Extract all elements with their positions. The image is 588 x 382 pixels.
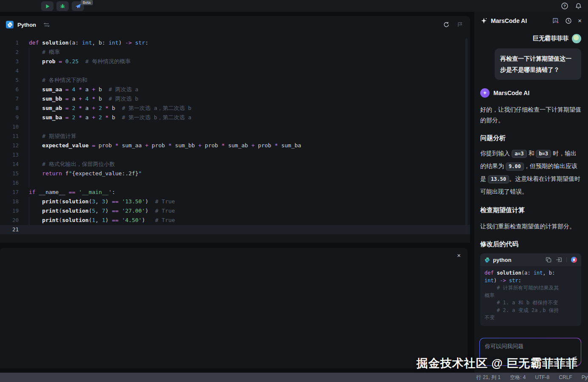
code-line[interactable]: 14 # 格式化输出，保留两位小数 [0,160,470,169]
ai-code-block: python def solution(a: int, b:int) -> st… [480,253,581,326]
inline-code: 13.50 [488,175,509,183]
code-token: # 2. a 变成 2a，b 保持 [484,307,559,313]
code-line[interactable]: 1def solution(a: int, b: int) -> str: [0,38,470,48]
chat-input-field[interactable] [480,338,581,365]
code-line[interactable]: 10 [0,122,470,132]
code-line[interactable]: 8 sum_ab = 2 * a + 2 * b # 第一次选 a，第二次选 b [0,104,470,113]
code-line[interactable]: 19 print(solution(5, 7) == '27.00') # Tr… [0,206,470,216]
code-token: sum_ab [225,142,252,149]
editor-scrollbar[interactable] [465,38,468,234]
code-token: , [95,208,102,214]
code-token: solution [497,270,521,276]
line-content: # 概率 [19,48,60,57]
line-number: 20 [0,216,19,225]
tab-python[interactable]: Python [17,22,36,28]
chat-input[interactable] [480,338,581,365]
status-cursor-position[interactable]: 行 21, 列 1 [476,374,501,381]
help-button[interactable]: ? [561,2,568,10]
code-token: '27.00' [122,208,145,214]
code-line[interactable]: 18 print(solution(3, 3) == '13.50') # Tr… [0,197,470,206]
code-token: # 期望值计算 [29,133,76,139]
debug-button[interactable] [56,1,69,11]
restore-code-button[interactable] [443,21,450,28]
line-content [19,225,29,234]
line-content: sum_ba = 2 * a + 2 * b # 第一次选 b，第二次选 a [19,113,191,122]
line-number: 7 [0,94,19,104]
code-token: , [95,198,102,205]
format-icon[interactable] [456,21,463,28]
code-token: + [145,142,148,149]
copy-code-button[interactable] [546,257,552,263]
code-line[interactable]: 3 prob = 0.25 # 每种情况的概率 [0,57,470,66]
code-token: solution [62,208,89,214]
status-encoding[interactable]: UTF-8 [535,374,549,380]
status-indent-size[interactable]: 空格: 4 [510,374,526,381]
code-token: print [42,208,59,214]
send-icon[interactable] [569,356,577,362]
code-token: # True [155,217,175,223]
code-line[interactable]: 21 [0,225,470,234]
code-token: '4.50' [122,217,142,223]
code-token: 4 [72,86,76,93]
code-block-language: python [493,257,511,263]
ai-paragraph-analysis: 你提到输入 a=3 和 b=3 时，输出的结果为 9.00，但预期的输出应该是 … [480,147,581,198]
code-token: str [509,278,518,284]
status-line-ending[interactable]: CRLF [559,374,572,380]
code-token [62,114,65,121]
code-line[interactable]: 4 [0,66,470,76]
code-token: + [92,86,95,93]
bell-icon[interactable] [575,3,582,10]
status-items: 行 21, 列 1空格: 4UTF-8CRLFPython [476,373,588,382]
code-line[interactable]: 15 return f"{expected_value:.2f}" [0,169,470,178]
code-line[interactable]: 11 # 期望值计算 [0,132,470,141]
code-token [29,96,42,102]
code-block-header: python [480,253,581,266]
line-number: 1 [0,38,19,48]
code-line[interactable]: 2 # 概率 [0,48,470,57]
apply-code-button[interactable] [571,257,577,263]
code-token [29,198,42,205]
close-output-button[interactable]: × [457,252,461,258]
code-line[interactable]: 7 sum_bb = a + 4 * b # 两次选 b [0,94,470,104]
chat-input-border [479,338,581,366]
line-content: # 格式化输出，保留两位小数 [19,160,115,169]
code-line[interactable]: 13 [0,150,470,160]
code-token: ) [118,39,125,46]
code-line[interactable]: 17if __name__ == '__main__': [0,188,470,197]
code-editor[interactable]: 1def solution(a: int, b: int) -> str:2 #… [0,33,470,234]
line-content: # 期望值计算 [19,132,76,141]
new-chat-button[interactable] [552,17,559,24]
line-number: 10 [0,122,19,132]
run-button[interactable] [41,1,53,11]
code-token: {expected_value:.2f} [72,170,139,177]
code-block-body: def solution(a: int, b:int) -> str: # 计算… [480,266,581,326]
code-token: = [92,142,95,149]
code-token [69,86,72,93]
insert-code-button[interactable] [556,257,562,263]
line-number: 16 [0,178,19,188]
code-line[interactable]: 20 print(solution(1, 1) == '4.50') # Tru… [0,216,470,225]
text: 和 [527,150,536,157]
history-button[interactable] [565,17,572,24]
code-token [118,198,122,205]
switch-language-icon[interactable] [44,22,50,27]
code-line[interactable]: 16 [0,178,470,188]
code-line[interactable]: 9 sum_ba = 2 * a + 2 * b # 第一次选 b，第二次选 a [0,113,470,122]
code-line[interactable]: 6 sum_aa = 4 * a + b # 两次选 a [0,85,470,94]
code-token [89,142,92,149]
line-number: 3 [0,57,19,66]
code-token: __name__ [36,189,69,195]
code-token: , [95,217,102,223]
code-token: ( [89,208,92,214]
code-token: = [65,114,69,121]
code-token [69,105,72,111]
code-line[interactable]: 5 # 各种情况下的和 [0,76,470,85]
close-panel-button[interactable]: × [578,18,582,24]
status-language[interactable]: Python [582,374,588,380]
code-line[interactable]: 12 expected_value = prob * sum_aa + prob… [0,141,470,150]
code-token: , b: [543,270,555,276]
code-token: 3 [92,198,95,205]
code-token: # 每种情况的概率 [85,58,131,65]
code-token: * [274,142,278,149]
code-token: (a: [69,39,82,46]
